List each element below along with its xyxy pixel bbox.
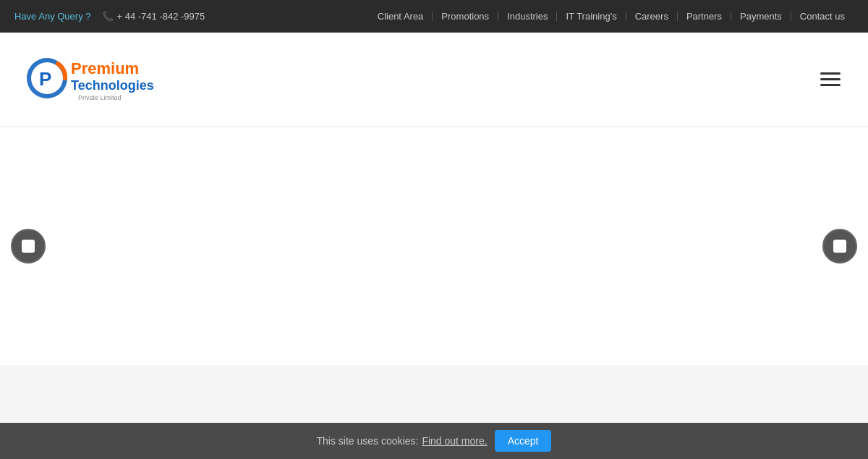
- phone-info: 📞 + 44 -741 -842 -9975: [102, 11, 205, 22]
- hamburger-button[interactable]: [814, 67, 846, 92]
- hamburger-line-2: [820, 78, 841, 80]
- carousel-content: [0, 127, 868, 365]
- svg-text:Private Limited: Private Limited: [78, 94, 122, 101]
- nav-contact-us[interactable]: Contact us: [791, 12, 854, 21]
- top-bar-nav: Client Area Promotions Industries IT Tra…: [369, 12, 854, 21]
- hamburger-line-3: [820, 84, 841, 86]
- main-header: P Premium Technologies Private Limited: [0, 33, 868, 127]
- nav-partners[interactable]: Partners: [678, 12, 731, 21]
- nav-it-trainings[interactable]: IT Training's: [557, 12, 626, 21]
- next-square-icon: [833, 240, 846, 253]
- phone-icon: 📞: [102, 11, 114, 22]
- top-bar: Have Any Query ? 📞 + 44 -741 -842 -9975 …: [0, 0, 868, 33]
- cookie-accept-button[interactable]: Accept: [495, 430, 552, 452]
- cookie-bar: This site uses cookies: Find out more. A…: [0, 423, 868, 459]
- top-bar-left: Have Any Query ? 📞 + 44 -741 -842 -9975: [14, 11, 205, 22]
- phone-number: + 44 -741 -842 -9975: [117, 11, 205, 22]
- nav-careers[interactable]: Careers: [626, 12, 678, 21]
- nav-payments[interactable]: Payments: [731, 12, 791, 21]
- prev-square-icon: [22, 240, 35, 253]
- cookie-find-out-link[interactable]: Find out more.: [422, 435, 487, 447]
- logo: P Premium Technologies Private Limited: [22, 51, 181, 109]
- nav-client-area[interactable]: Client Area: [369, 12, 433, 21]
- carousel-next-button[interactable]: [822, 229, 857, 264]
- query-link[interactable]: Have Any Query ?: [14, 11, 91, 22]
- svg-text:Premium: Premium: [71, 59, 139, 77]
- nav-industries[interactable]: Industries: [498, 12, 557, 21]
- carousel-prev-button[interactable]: [11, 229, 46, 264]
- carousel-area: [0, 127, 868, 365]
- svg-text:Technologies: Technologies: [71, 78, 154, 93]
- logo-container: P Premium Technologies Private Limited: [22, 51, 181, 109]
- nav-promotions[interactable]: Promotions: [433, 12, 498, 21]
- hamburger-line-1: [820, 72, 841, 75]
- svg-text:P: P: [39, 68, 51, 90]
- bottom-section: [0, 365, 868, 423]
- cookie-message: This site uses cookies:: [317, 435, 419, 447]
